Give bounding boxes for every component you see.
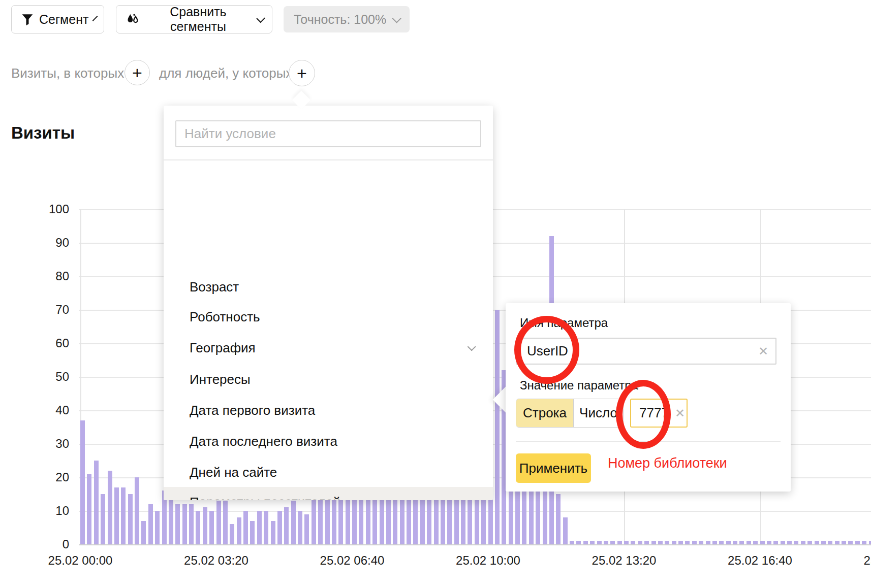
- visit-bar[interactable]: [807, 541, 812, 544]
- visit-bar[interactable]: [230, 524, 234, 544]
- visit-bar[interactable]: [658, 541, 663, 544]
- visit-bar[interactable]: [739, 541, 744, 544]
- visit-bar[interactable]: [631, 541, 635, 544]
- visit-bar[interactable]: [848, 541, 853, 544]
- visit-bar[interactable]: [821, 541, 826, 544]
- visit-bar[interactable]: [801, 541, 805, 544]
- add-visit-condition-button[interactable]: +: [125, 60, 150, 85]
- visit-bar[interactable]: [733, 541, 737, 544]
- menu-item-geography[interactable]: География: [164, 333, 493, 363]
- visit-bar[interactable]: [604, 541, 608, 544]
- visit-bar[interactable]: [189, 504, 194, 544]
- visit-bar[interactable]: [746, 541, 751, 544]
- visit-bar[interactable]: [243, 511, 248, 544]
- visit-bar[interactable]: [128, 494, 133, 544]
- menu-item-days-on-site[interactable]: Дней на сайте: [164, 457, 493, 487]
- clear-name-icon[interactable]: ✕: [751, 344, 775, 358]
- visit-bar[interactable]: [237, 517, 241, 544]
- visit-bar[interactable]: [135, 477, 139, 544]
- visit-bar[interactable]: [610, 541, 615, 544]
- visit-bar[interactable]: [407, 494, 411, 544]
- visit-bar[interactable]: [291, 501, 296, 544]
- condition-search-input[interactable]: [176, 121, 480, 146]
- compare-segments-button[interactable]: Сравнить сегменты: [116, 5, 272, 34]
- visit-bar[interactable]: [794, 541, 798, 544]
- visit-bar[interactable]: [284, 507, 289, 544]
- visit-bar[interactable]: [94, 461, 99, 544]
- visit-bar[interactable]: [781, 541, 785, 544]
- visit-bar[interactable]: [141, 521, 146, 544]
- menu-item-age[interactable]: Возраст: [164, 272, 493, 302]
- visit-bar[interactable]: [454, 494, 459, 544]
- visit-bar[interactable]: [380, 494, 384, 544]
- visit-bar[interactable]: [583, 541, 588, 544]
- visit-bar[interactable]: [468, 498, 472, 544]
- menu-item-visitor-params[interactable]: Параметры посетителей: [164, 487, 493, 500]
- visit-bar[interactable]: [570, 541, 574, 544]
- visit-bar[interactable]: [556, 494, 561, 544]
- visit-bar[interactable]: [101, 494, 105, 544]
- visit-bar[interactable]: [651, 541, 656, 544]
- visit-bar[interactable]: [223, 501, 228, 544]
- visit-bar[interactable]: [209, 511, 214, 544]
- visit-bar[interactable]: [828, 541, 832, 544]
- visit-bar[interactable]: [312, 494, 316, 544]
- visit-bar[interactable]: [624, 541, 629, 544]
- clear-value-icon[interactable]: ✕: [671, 406, 689, 420]
- visit-bar[interactable]: [114, 487, 119, 544]
- visit-bar[interactable]: [332, 494, 336, 544]
- visit-bar[interactable]: [699, 541, 703, 544]
- visit-bar[interactable]: [665, 541, 669, 544]
- visit-bar[interactable]: [352, 498, 357, 544]
- visit-bar[interactable]: [576, 541, 581, 544]
- visit-bar[interactable]: [346, 494, 350, 544]
- visit-bar[interactable]: [719, 541, 724, 544]
- visit-bar[interactable]: [182, 504, 187, 544]
- visit-bar[interactable]: [706, 541, 710, 544]
- visit-bar[interactable]: [447, 498, 452, 544]
- visit-bar[interactable]: [753, 541, 758, 544]
- visit-bar[interactable]: [372, 498, 377, 544]
- visit-bar[interactable]: [842, 541, 846, 544]
- menu-item-robots[interactable]: Роботность: [164, 302, 493, 332]
- visit-bar[interactable]: [760, 541, 765, 544]
- menu-item-first-visit-date[interactable]: Дата первого визита: [164, 395, 493, 426]
- visit-bar[interactable]: [692, 541, 697, 544]
- visit-bar[interactable]: [712, 541, 717, 544]
- visit-bar[interactable]: [815, 541, 819, 544]
- visit-bar[interactable]: [87, 474, 91, 544]
- visit-bar[interactable]: [216, 501, 221, 544]
- segment-button[interactable]: Сегмент: [11, 5, 104, 34]
- visit-bar[interactable]: [678, 541, 683, 544]
- visit-bar[interactable]: [835, 541, 839, 544]
- visit-bar[interactable]: [597, 541, 602, 544]
- visit-bar[interactable]: [617, 541, 622, 544]
- visit-bar[interactable]: [590, 541, 595, 544]
- visit-bar[interactable]: [638, 541, 642, 544]
- visit-bar[interactable]: [366, 494, 370, 544]
- visit-bar[interactable]: [475, 494, 479, 544]
- visit-bar[interactable]: [80, 420, 85, 544]
- type-option-string[interactable]: Строка: [516, 399, 573, 427]
- visit-bar[interactable]: [726, 541, 731, 544]
- visit-bar[interactable]: [203, 507, 207, 544]
- visit-bar[interactable]: [672, 541, 676, 544]
- visit-bar[interactable]: [148, 504, 153, 544]
- apply-button[interactable]: Применить: [516, 453, 591, 483]
- visit-bar[interactable]: [495, 310, 500, 544]
- visit-bar[interactable]: [441, 494, 445, 544]
- visit-bar[interactable]: [264, 511, 268, 544]
- visit-bar[interactable]: [862, 541, 866, 544]
- visit-bar[interactable]: [175, 504, 180, 544]
- accuracy-button[interactable]: Точность: 100%: [284, 6, 410, 32]
- visit-bar[interactable]: [169, 498, 173, 544]
- visit-bar[interactable]: [563, 517, 568, 544]
- visit-bar[interactable]: [393, 498, 397, 544]
- visit-bar[interactable]: [869, 541, 871, 544]
- visit-bar[interactable]: [427, 494, 431, 544]
- visit-bar[interactable]: [420, 498, 425, 544]
- add-people-condition-button[interactable]: +: [289, 60, 315, 86]
- visit-bar[interactable]: [644, 541, 649, 544]
- visit-bar[interactable]: [773, 541, 778, 544]
- visit-bar[interactable]: [271, 521, 275, 544]
